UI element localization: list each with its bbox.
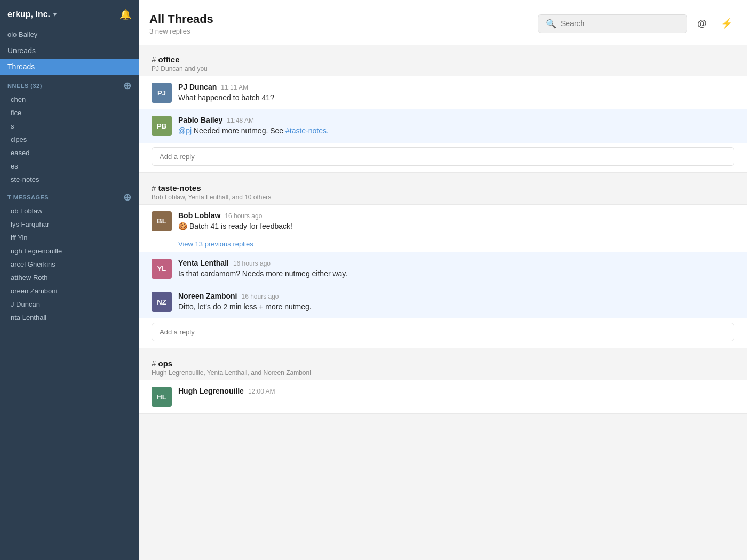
main-header: All Threads 3 new replies 🔍 @ ⚡ <box>139 0 747 45</box>
search-input[interactable] <box>561 19 679 28</box>
thread-card-office: PJ PJ Duncan 11:11 AM What happened to b… <box>139 76 747 173</box>
channel-link[interactable]: #taste-notes. <box>285 126 329 135</box>
sidebar-channel-s[interactable]: s <box>0 119 139 133</box>
message-text: @pj Needed more nutmeg. See #taste-notes… <box>178 125 734 136</box>
at-mentions-button[interactable]: @ <box>693 14 712 33</box>
dm-section-header: T MESSAGES ⊕ <box>0 186 139 204</box>
main-area: All Threads 3 new replies 🔍 @ ⚡ # office… <box>139 0 747 560</box>
add-dm-button[interactable]: ⊕ <box>123 193 132 202</box>
sidebar-dm-marcel[interactable]: arcel Gherkins <box>0 258 139 271</box>
sidebar-dm-gladys[interactable]: lys Farquhar <box>0 218 139 231</box>
threads-content: # office PJ Duncan and you PJ PJ Duncan … <box>139 45 747 560</box>
message-body: Bob Loblaw 16 hours ago 🍪 Batch 41 is re… <box>178 211 734 231</box>
reply-input[interactable] <box>152 147 734 166</box>
notifications-bell-icon[interactable]: 🔔 <box>120 9 131 20</box>
dm-label: iff Yin <box>11 234 28 242</box>
sidebar-channel-fice[interactable]: fice <box>0 106 139 119</box>
message-row: PJ PJ Duncan 11:11 AM What happened to b… <box>139 76 747 109</box>
avatar: PB <box>152 116 172 136</box>
dm-label: arcel Gherkins <box>11 260 55 268</box>
sidebar-item-threads-label: Threads <box>7 62 35 71</box>
message-meta: Bob Loblaw 16 hours ago <box>178 211 734 220</box>
message-text: Is that cardamom? Needs more nutmeg eith… <box>178 268 734 279</box>
message-meta: PJ Duncan 11:11 AM <box>178 83 734 91</box>
sidebar-dm-yenta[interactable]: nta Lenthall <box>0 311 139 324</box>
add-channel-button[interactable]: ⊕ <box>123 81 132 91</box>
thread-section-ops-header: # ops Hugh Legrenouille, Yenta Lenthall,… <box>139 349 747 380</box>
message-author: PJ Duncan <box>178 83 217 91</box>
channel-label: fice <box>11 109 21 117</box>
header-actions: 🔍 @ ⚡ <box>538 14 736 33</box>
thread-channel-title-taste-notes: # taste-notes <box>152 183 734 193</box>
channel-label: eased <box>11 149 29 157</box>
message-text: What happened to batch 41? <box>178 92 734 103</box>
sidebar: erkup, Inc. ▾ 🔔 olo Bailey Unreads Threa… <box>0 0 139 560</box>
reply-input[interactable] <box>152 323 734 341</box>
page-subtitle: 3 new replies <box>149 27 213 35</box>
message-text: Ditto, let's do 2 min less + more nutmeg… <box>178 301 734 312</box>
sidebar-channel-es[interactable]: es <box>0 159 139 173</box>
sidebar-header: erkup, Inc. ▾ 🔔 <box>0 0 139 26</box>
channel-label: cipes <box>11 135 27 143</box>
avatar: NZ <box>152 292 172 312</box>
thread-section-taste-notes: # taste-notes Bob Loblaw, Yenta Lenthall… <box>139 174 747 349</box>
sidebar-dm-noreen[interactable]: oreen Zamboni <box>0 284 139 298</box>
thread-section-ops: # ops Hugh Legrenouille, Yenta Lenthall,… <box>139 349 747 414</box>
dm-label: oreen Zamboni <box>11 287 57 295</box>
sidebar-channel-chen[interactable]: chen <box>0 93 139 106</box>
message-time: 11:11 AM <box>221 84 248 91</box>
channel-label: ste-notes <box>11 175 39 183</box>
sidebar-channel-ste-notes[interactable]: ste-notes <box>0 173 139 186</box>
thread-members-office: PJ Duncan and you <box>152 65 734 73</box>
avatar: PJ <box>152 83 172 103</box>
message-meta: Noreen Zamboni 16 hours ago <box>178 292 734 300</box>
search-box[interactable]: 🔍 <box>538 14 687 33</box>
sidebar-channel-eased[interactable]: eased <box>0 146 139 159</box>
dm-label: ugh Legrenouille <box>11 247 62 255</box>
sidebar-dm-matthew[interactable]: atthew Roth <box>0 271 139 284</box>
message-time: 16 hours ago <box>225 212 262 220</box>
sidebar-dm-cliff[interactable]: iff Yin <box>0 231 139 244</box>
sidebar-user: olo Bailey <box>0 26 139 43</box>
sidebar-dm-pj[interactable]: J Duncan <box>0 298 139 311</box>
hash-icon: # <box>152 183 158 193</box>
message-author: Bob Loblaw <box>178 211 220 220</box>
sidebar-item-threads[interactable]: Threads <box>0 59 139 75</box>
workspace-chevron-icon: ▾ <box>53 11 57 18</box>
message-body: Hugh Legrenouille 12:00 AM <box>178 387 734 396</box>
sidebar-item-unreads-label: Unreads <box>7 46 36 55</box>
message-body: Pablo Bailey 11:48 AM @pj Needed more nu… <box>178 116 734 136</box>
thread-section-taste-notes-header: # taste-notes Bob Loblaw, Yenta Lenthall… <box>139 174 747 204</box>
header-title-group: All Threads 3 new replies <box>149 12 213 35</box>
filter-button[interactable]: ⚡ <box>717 14 736 33</box>
dm-label: atthew Roth <box>11 274 47 282</box>
hash-icon: # <box>152 55 158 64</box>
search-icon: 🔍 <box>546 19 557 29</box>
avatar: YL <box>152 259 172 279</box>
dm-section-label: T MESSAGES <box>7 194 49 201</box>
channel-label: s <box>11 122 14 130</box>
channels-section-header: NNELS (32) ⊕ <box>0 75 139 93</box>
message-row: PB Pablo Bailey 11:48 AM @pj Needed more… <box>139 109 747 142</box>
avatar: BL <box>152 211 172 231</box>
message-row: NZ Noreen Zamboni 16 hours ago Ditto, le… <box>139 285 747 318</box>
workspace-name: erkup, Inc. <box>7 10 50 19</box>
sidebar-item-unreads[interactable]: Unreads <box>0 43 139 59</box>
message-row: YL Yenta Lenthall 16 hours ago Is that c… <box>139 252 747 285</box>
reply-input-row <box>139 318 747 348</box>
thread-members-ops: Hugh Legrenouille, Yenta Lenthall, and N… <box>152 369 734 377</box>
message-body: Noreen Zamboni 16 hours ago Ditto, let's… <box>178 292 734 312</box>
thread-section-office: # office PJ Duncan and you PJ PJ Duncan … <box>139 45 747 173</box>
mention: @pj <box>178 126 192 135</box>
view-previous-replies-link[interactable]: View 13 previous replies <box>139 238 747 252</box>
sidebar-dm-hugh[interactable]: ugh Legrenouille <box>0 244 139 258</box>
message-row: BL Bob Loblaw 16 hours ago 🍪 Batch 41 is… <box>139 205 747 238</box>
sidebar-dm-bob[interactable]: ob Loblaw <box>0 204 139 218</box>
workspace-name-area[interactable]: erkup, Inc. ▾ <box>7 10 57 19</box>
reply-input-row <box>139 143 747 172</box>
message-row: HL Hugh Legrenouille 12:00 AM <box>139 380 747 413</box>
thread-members-taste-notes: Bob Loblaw, Yenta Lenthall, and 10 other… <box>152 194 734 201</box>
message-author: Yenta Lenthall <box>178 259 229 267</box>
sidebar-channel-cipes[interactable]: cipes <box>0 133 139 146</box>
message-time: 16 hours ago <box>233 260 271 267</box>
